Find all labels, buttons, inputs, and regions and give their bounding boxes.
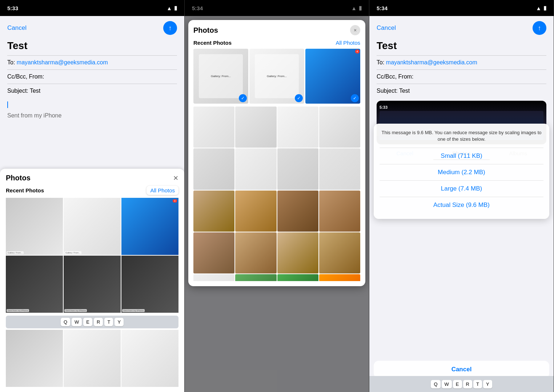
scroll-t-6[interactable] [235,148,276,189]
photos-panel-left: Photos ✕ Recent Photos All Photos Galler… [0,169,184,392]
thumb-2[interactable]: Gallery: From... [64,198,121,255]
send-button-left[interactable]: ↑ [163,21,177,35]
cancel-button-right[interactable]: Cancel [377,24,396,32]
to-field-right: To: mayanktsharma@geeksmedia.com [377,55,546,69]
phone-mid: 5:34 ▲ ▮ Cancel ↑ Test To: mayanktsharma… [185,0,369,392]
scroll-t-14[interactable] [235,232,276,273]
subject-label-left: Subject: [7,88,28,94]
modal-title-mid: Photos [193,26,218,35]
mail-title-left: Test [7,39,177,55]
all-photos-mid[interactable]: All Photos [336,40,360,46]
scroll-t-11[interactable] [277,191,318,232]
photos-panel-title-left: Photos [6,174,31,182]
scroll-t-3[interactable] [277,107,318,148]
scroll-t-15[interactable] [277,232,318,273]
thumb-7[interactable] [6,330,63,387]
scroll-t-7[interactable] [277,148,318,189]
small-option[interactable]: Small (711 KB) [380,148,543,164]
modal-section-row-mid: Recent Photos All Photos [193,40,360,46]
subject-value-right[interactable]: Test [399,88,410,94]
key-y-r[interactable]: Y [483,380,492,388]
close-photos-left[interactable]: ✕ [173,174,178,182]
keyboard-hint-left: Q W E R T Y [6,316,178,328]
cc-field-left: Cc/Bcc, From: [7,69,177,84]
mail-header-right: Cancel ↑ [377,16,546,39]
photo-grid-left-2 [6,330,178,387]
keyboard-right: Q W E R T Y [369,376,554,392]
to-value-left[interactable]: mayanktsharma@geeksmedia.com [17,59,108,65]
time-right: 5:34 [377,5,388,11]
recent-label-mid: Recent Photos [193,40,232,46]
scroll-t-13[interactable] [193,232,234,273]
cc-label-left: Cc/Bcc, From: [7,73,44,80]
scroll-t-20[interactable] [319,274,360,281]
selected-thumb-1[interactable]: Gallery: From... ✓ [193,49,248,104]
thumb-6[interactable]: Sent from my iPhone [121,256,178,313]
cc-field-right: Cc/Bcc, From: [377,69,546,84]
selected-thumb-3[interactable]: 4 ✓ [305,49,360,104]
key-q[interactable]: Q [61,318,70,326]
key-e[interactable]: E [83,318,92,326]
modal-scroll-area[interactable] [193,107,360,281]
thumb-1[interactable]: Gallery: From... [6,198,63,255]
scroll-t-2[interactable] [235,107,276,148]
key-t-r[interactable]: T [473,380,482,388]
check-1: ✓ [239,94,247,102]
phone-left: 5:33 ▲ ▮ Cancel ↑ Test To: mayanktsharma… [0,0,185,392]
medium-option[interactable]: Medium (2.2 MB) [380,164,543,180]
thumb-3[interactable]: 4 [121,198,178,255]
scroll-t-8[interactable] [319,148,360,189]
key-r-r[interactable]: R [463,380,472,388]
to-field-left: To: mayanktsharma@geeksmedia.com [7,55,177,69]
scroll-t-4[interactable] [319,107,360,148]
scroll-t-10[interactable] [235,191,276,232]
bottom-cancel-right[interactable]: Cancel [374,361,549,378]
size-dialog-right: This message is 9.6 MB. You can reduce m… [374,124,549,219]
send-button-right[interactable]: ↑ [533,21,546,35]
scroll-t-9[interactable] [193,191,234,232]
mini-status: 5:33 [380,105,543,109]
scroll-t-1[interactable] [193,107,234,148]
scroll-t-19[interactable] [277,274,318,281]
key-t[interactable]: T [104,318,113,326]
large-option[interactable]: Large (7.4 MB) [380,180,543,197]
mail-body-left[interactable] [7,98,177,112]
subject-value-left[interactable]: Test [30,88,40,94]
status-bar-left: 5:33 ▲ ▮ [0,0,184,16]
key-q-r[interactable]: Q [431,380,440,388]
subject-field-right: Subject: Test [377,84,546,98]
scroll-t-12[interactable] [319,191,360,232]
key-y[interactable]: Y [115,318,124,326]
sent-from-left: Sent from my iPhone [7,112,177,119]
scroll-t-17[interactable] [193,274,234,281]
thumb-5[interactable]: Sent from my iPhone [64,256,121,313]
key-w[interactable]: W [72,318,82,326]
battery-icon-right: ▮ [543,5,546,11]
wifi-icon: ▲ [166,5,172,11]
thumb-9[interactable] [121,330,178,387]
key-r[interactable]: R [94,318,103,326]
scroll-t-18[interactable] [235,274,276,281]
modal-close-mid[interactable]: × [350,25,360,35]
mail-header-left: Cancel ↑ [7,16,177,39]
recent-photos-label-left: Recent Photos [6,187,44,193]
selected-thumb-2[interactable]: Gallery: From... ✓ [249,49,304,104]
actual-size-option[interactable]: Actual Size (9.6 MB) [380,197,543,213]
scroll-t-16[interactable] [319,232,360,273]
key-e-r[interactable]: E [453,380,462,388]
size-dialog-message: This message is 9.6 MB. You can reduce m… [380,129,543,143]
to-label-right: To: [377,59,384,65]
thumb-8[interactable] [64,330,121,387]
status-bar-right: 5:34 ▲ ▮ [369,0,554,16]
to-value-right[interactable]: mayanktsharma@geeksmedia.com [386,59,477,65]
status-icons-left: ▲ ▮ [166,5,177,11]
phone-right: 5:34 ▲ ▮ Cancel ↑ Test To: mayanktsharma… [369,0,554,392]
scroll-t-5[interactable] [193,148,234,189]
cancel-button-left[interactable]: Cancel [7,24,27,32]
all-photos-button-left[interactable]: All Photos [146,186,178,195]
battery-icon: ▮ [174,5,177,11]
mail-title-right: Test [377,39,546,55]
thumb-4[interactable]: Sent from my iPhone [6,256,63,313]
photo-grid-left: Gallery: From... Gallery: From... 4 Sent… [6,198,178,313]
key-w-r[interactable]: W [442,380,452,388]
